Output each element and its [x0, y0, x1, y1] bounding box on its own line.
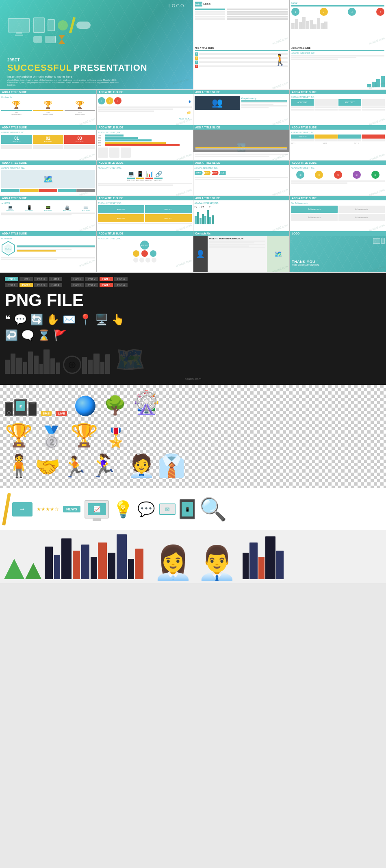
company-label: ASADAL INTERNET, INC.: [291, 52, 384, 54]
slide-contact: Contacts Us 👤 INSERT YOUR INFORMATION 🗺️: [193, 231, 290, 272]
wm-s8: asadal.com: [369, 152, 386, 160]
part10-btn[interactable]: Part 2: [20, 283, 33, 287]
what2: ADD TEXT: [20, 210, 39, 212]
mail-icon: ✉️: [63, 313, 76, 326]
part9-btn[interactable]: Part 1: [5, 283, 18, 287]
slide-achievements: ADD A TITLE SLIDE Our Achievements Achie…: [290, 196, 386, 231]
step4: END: [219, 171, 226, 175]
slide-org-title: ADD A TITLE SLIDE: [97, 231, 193, 236]
slide-row-3: ADD A TITLE SLIDE ASADAL INTERNET, INC. …: [0, 161, 386, 195]
add-text-1: ADD TEXT: [291, 99, 314, 106]
slide-map: ADD A TITLE SLIDE ASADAL INTERNET, INC. …: [0, 161, 96, 195]
pointer-icon: 👆: [111, 313, 124, 326]
slide-row-1: ADD A TITLE SLIDE Our Awards 🏆 2009 Awar…: [0, 90, 386, 125]
trophy-bronze: 🏆: [70, 422, 98, 449]
slide-grid-body: ASADAL INTERNET, INC. ADD TEXT ADD TEXT …: [97, 200, 193, 231]
wm-s14: asadal.com: [175, 223, 192, 231]
right-buildings: [243, 536, 284, 579]
part6-btn[interactable]: Part 2: [85, 277, 98, 281]
top-section: LOGO: [0, 0, 386, 89]
part4-btn[interactable]: Part 4: [49, 277, 62, 281]
svg-text:LOGO: LOGO: [5, 247, 11, 250]
stars: ★★★★☆: [37, 506, 59, 512]
hero-decorative: [2, 16, 96, 45]
businessman: 👨‍💼: [197, 547, 237, 579]
slide-process-title: ADD A TITLE SLIDE: [193, 161, 290, 165]
part7-btn[interactable]: Part 3: [100, 277, 113, 281]
philosophy-label: Our philosophy: [241, 97, 287, 100]
ach-label: Our Achievements: [291, 202, 385, 204]
tech-items: → ★★★★☆ NEWS 📈 💡 💬 ✉ 📱: [5, 493, 381, 525]
what1: ADD TEXT: [1, 210, 20, 212]
slide-icons-text-body: ► NEWS 💻ADD TEXT 📱ADD TEXT 📟ADD TEXT 🖨️A…: [0, 200, 96, 231]
slide-timeline-body: ASADAL INTERNET, INC. ADD TEXT 201120122…: [290, 130, 386, 160]
part14-btn[interactable]: Part 2: [85, 283, 98, 287]
location-icon: 📍: [79, 313, 92, 326]
building-9: [117, 534, 127, 579]
trophy-gold: 🏆: [5, 422, 33, 449]
part3-btn[interactable]: Part 3: [34, 277, 48, 281]
slide-awards: ADD A TITLE SLIDE Our Awards 🏆 2009 Awar…: [0, 90, 96, 125]
slide-contact-title: Contacts Us: [193, 231, 290, 236]
bottom-tech: → ★★★★☆ NEWS 📈 💡 💬 ✉ 📱: [0, 488, 386, 530]
person-5: 🧑‍💼: [128, 455, 156, 477]
circle3: ③: [334, 171, 342, 179]
wm2: asadal.com: [369, 36, 386, 45]
magnifier: 🔍: [199, 496, 227, 523]
part2-btn[interactable]: Part 2: [20, 277, 33, 281]
hero-slide: LOGO: [0, 0, 193, 89]
slide-company-info-body: ASADAL INTERNET, INC. ADD TEXT ADD TEXT: [290, 94, 386, 125]
slide-city-title: ADD A TITLE SLIDE: [193, 125, 290, 130]
building-6: [91, 557, 97, 579]
part1-btn[interactable]: Part 1: [5, 277, 18, 281]
slide-row-4: ADD A TITLE SLIDE ► NEWS 💻ADD TEXT 📱ADD …: [0, 196, 386, 231]
ach2: Achievements: [355, 208, 368, 210]
wm-s4: asadal.com: [369, 117, 386, 125]
slide-business-body: 👥 Our philosophy asadal.com: [193, 94, 290, 125]
pencil-icon: [2, 493, 11, 525]
building-2: [54, 555, 60, 579]
slide-city: ADD A TITLE SLIDE 🏙️ asadal.com: [193, 125, 290, 160]
preview2-title: LOGO: [291, 2, 384, 4]
city-bottom: 👩‍💼 👨‍💼: [0, 530, 386, 583]
png-label: PNG FILE: [5, 291, 381, 310]
contents-label: Contents: [194, 3, 203, 5]
company-grid: ASADAL INTERNET, INC.: [98, 202, 192, 204]
phone-1: [5, 402, 13, 416]
part12-btn[interactable]: Part 4: [49, 283, 62, 287]
slide-circles-body: + + + 👤 📁 ADD TEXT asadal.com: [97, 94, 193, 125]
slide-company-info: ADD A TITLE SLIDE ASADAL INTERNET, INC. …: [290, 90, 386, 125]
part15-btn[interactable]: Part 3: [100, 283, 113, 287]
wm-s15: asadal.com: [272, 223, 289, 231]
part11-btn[interactable]: Part 3: [34, 283, 48, 287]
preview-contents: Contents LOGO: [193, 0, 290, 45]
wm-s3: asadal.com: [272, 117, 289, 125]
add-text-dev4: ADD TEXT: [154, 179, 163, 181]
part13-btn[interactable]: Part 1: [71, 283, 84, 287]
company-tl: ASADAL INTERNET, INC.: [291, 131, 385, 134]
add-text-nb1: ADD TEXT: [2, 141, 31, 143]
chat-illus: 💬: [137, 501, 155, 518]
globe: [75, 396, 95, 416]
person-circles: 👤: [188, 100, 191, 103]
circle5: ⑤: [371, 171, 379, 179]
person-1: 🧍: [5, 455, 33, 477]
slide-city-body: 🏙️ asadal.com: [193, 130, 290, 160]
slide-grid-title: ADD A TITLE SLIDE: [97, 196, 193, 200]
slide-icons-text: ADD A TITLE SLIDE ► NEWS 💻ADD TEXT 📱ADD …: [0, 196, 96, 231]
part5-btn[interactable]: Part 1: [71, 277, 84, 281]
part8-btn[interactable]: Part 4: [114, 277, 128, 281]
add-text-g1: ADD TEXT: [98, 205, 144, 213]
tablet-1: 📊: [14, 399, 27, 416]
wm-s16: asadal.com: [369, 223, 386, 231]
building-7: [98, 542, 107, 579]
slide-icons-text-title: ADD A TITLE SLIDE: [0, 196, 96, 200]
png-section: Part 1 Part 2 Part 3 Part 4 Part 1 Part …: [0, 273, 386, 385]
award-ribbon: 🎖️: [104, 427, 127, 449]
part16-btn[interactable]: Part 4: [114, 283, 128, 287]
slide-awards-body: Our Awards 🏆 2009 Awards name 🏆 2011 Awa…: [0, 94, 96, 125]
slide-circles: ADD A TITLE SLIDE + + + 👤 📁 ADD TEXT asa…: [97, 90, 193, 125]
wm-s11: asadal.com: [272, 188, 289, 195]
page-wrapper: LOGO: [0, 0, 386, 583]
news-bar: NEWS: [63, 506, 80, 512]
